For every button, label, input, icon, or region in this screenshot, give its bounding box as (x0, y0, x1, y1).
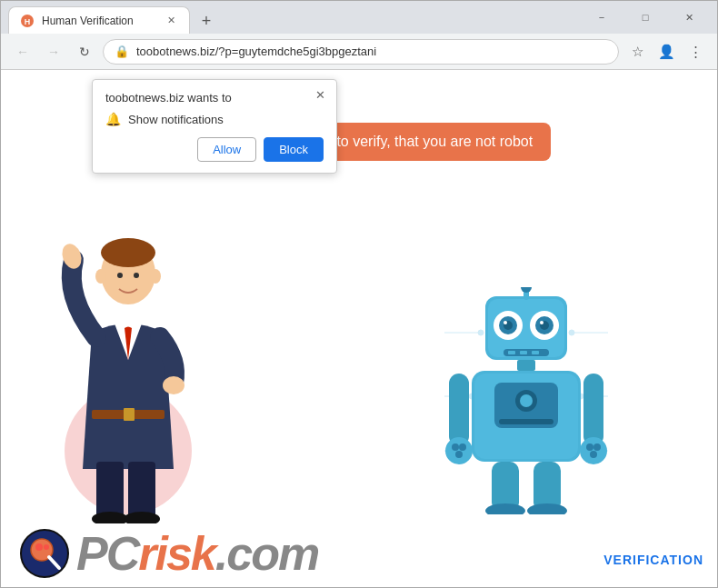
allow-button[interactable]: Allow (197, 137, 256, 162)
menu-icon[interactable]: ⋮ (683, 39, 708, 65)
close-button[interactable]: ✕ (668, 1, 710, 34)
bell-icon: 🔔 (105, 112, 121, 126)
svg-point-5 (150, 269, 161, 284)
svg-point-47 (520, 394, 533, 407)
maximize-button[interactable]: □ (624, 1, 666, 34)
person-illustration (37, 233, 219, 523)
popup-permission: 🔔 Show notifications (105, 112, 324, 126)
window-controls: − □ ✕ (581, 1, 710, 34)
svg-point-36 (504, 321, 507, 324)
svg-point-6 (117, 273, 123, 278)
svg-rect-40 (520, 351, 527, 354)
title-bar: H Human Verification ✕ + − □ ✕ (1, 1, 717, 34)
tab-close-button[interactable]: ✕ (164, 14, 178, 28)
popup-title: toobotnews.biz wants to (105, 91, 324, 105)
verification-label: VERIFICATION (603, 553, 703, 567)
svg-rect-39 (508, 351, 515, 354)
robot-svg (444, 287, 608, 514)
svg-rect-48 (499, 419, 553, 424)
logo-com-text: .com (215, 530, 318, 577)
svg-point-22 (478, 330, 484, 335)
logo-risk-text: risk (138, 530, 215, 577)
svg-point-37 (540, 321, 543, 324)
svg-point-56 (586, 443, 593, 451)
svg-rect-42 (517, 360, 535, 371)
logo-pc-text: PC (76, 530, 138, 577)
svg-point-29 (521, 287, 532, 293)
svg-point-62 (527, 503, 567, 514)
profile-icon[interactable]: 👤 (653, 39, 679, 65)
forward-button[interactable]: → (41, 39, 66, 65)
permission-label: Show notifications (128, 113, 224, 126)
lock-icon: 🔒 (115, 45, 129, 58)
active-tab[interactable]: H Human Verification ✕ (8, 6, 190, 34)
svg-point-3 (101, 238, 155, 267)
bookmark-icon[interactable]: ☆ (624, 39, 650, 65)
logo-magnifier-icon (19, 528, 69, 578)
svg-point-57 (593, 443, 601, 451)
svg-point-66 (44, 544, 49, 550)
footer-logo: PC risk .com (19, 528, 318, 578)
refresh-button[interactable]: ↻ (72, 39, 97, 65)
svg-point-7 (134, 273, 139, 278)
back-button[interactable]: ← (10, 39, 35, 65)
robot-illustration (444, 287, 608, 514)
svg-point-51 (452, 443, 459, 451)
svg-rect-49 (449, 374, 469, 446)
url-bar[interactable]: 🔒 toobotnews.biz/?p=guytemdche5gi3bpgezt… (103, 39, 619, 65)
popup-buttons: Allow Block (105, 137, 324, 162)
url-text: toobotnews.biz/?p=guytemdche5gi3bpgeztan… (136, 45, 607, 58)
address-right-controls: ☆ 👤 ⋮ (624, 39, 708, 65)
new-tab-button[interactable]: + (194, 8, 219, 34)
notification-popup: ✕ toobotnews.biz wants to 🔔 Show notific… (92, 79, 337, 174)
popup-close-button[interactable]: ✕ (311, 85, 329, 104)
minimize-button[interactable]: − (581, 1, 623, 34)
svg-point-53 (455, 451, 463, 458)
tab-bar: H Human Verification ✕ + (8, 1, 581, 34)
pcrisk-logo: PC risk .com (76, 530, 318, 577)
svg-text:H: H (25, 17, 31, 26)
svg-point-65 (35, 543, 43, 551)
svg-point-52 (459, 443, 466, 451)
browser-window: H Human Verification ✕ + − □ ✕ ← → ↻ 🔒 t… (0, 0, 718, 588)
svg-rect-54 (583, 374, 603, 446)
svg-rect-11 (124, 408, 135, 421)
tab-favicon: H (20, 14, 35, 28)
svg-point-23 (569, 330, 574, 335)
address-bar: ← → ↻ 🔒 toobotnews.biz/?p=guytemdche5gi3… (1, 34, 717, 70)
person-svg (37, 214, 219, 523)
svg-rect-41 (532, 351, 539, 354)
block-button[interactable]: Block (264, 137, 324, 162)
svg-point-4 (95, 269, 106, 284)
tab-title: Human Verification (42, 15, 134, 27)
svg-point-9 (163, 376, 184, 394)
svg-point-58 (590, 451, 597, 458)
page-content: ✕ toobotnews.biz wants to 🔔 Show notific… (1, 70, 717, 587)
svg-point-61 (485, 503, 525, 514)
